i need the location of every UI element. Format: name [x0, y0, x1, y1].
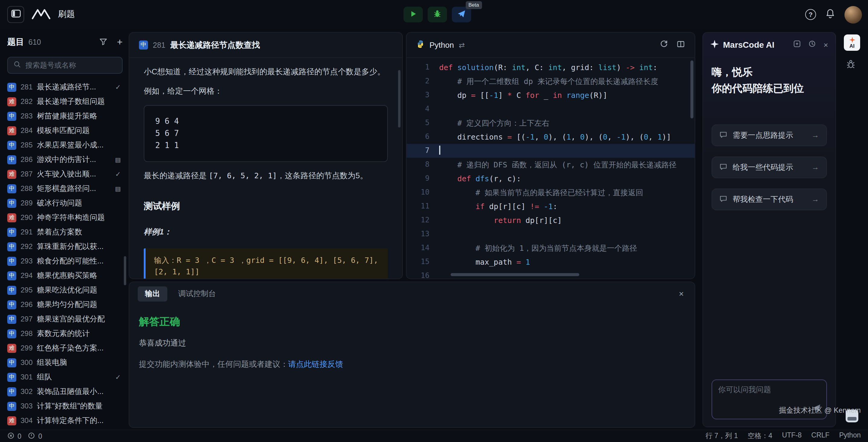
problem-list-item[interactable]: 中 296 糖果均匀分配问题	[7, 297, 123, 312]
code-line[interactable]: 4	[406, 102, 695, 116]
code-line[interactable]: 6 directions = [(-1, 0), (1, 0), (0, -1)…	[406, 130, 695, 144]
problem-list-item[interactable]: 中 301 组队 ✓	[7, 370, 123, 384]
problem-list-item[interactable]: 难 287 火车驶入驶出顺... ✓	[7, 167, 123, 181]
sidebar-toggle-button[interactable]	[7, 6, 24, 23]
code-line[interactable]: 11 if dp[r][c] != -1:	[406, 199, 695, 213]
language-mode[interactable]: Python	[839, 432, 861, 441]
tab-output[interactable]: 输出	[138, 286, 167, 301]
problem-scrollbar[interactable]	[398, 70, 401, 127]
problem-list-item[interactable]: 中 291 禁着点方案数	[7, 225, 123, 239]
problem-list-item[interactable]: 中 302 装饰品丑陋值最小...	[7, 384, 123, 399]
problem-status-icon: ✓	[115, 373, 121, 381]
suggestion-review-button[interactable]: 帮我检查一下代码 →	[712, 188, 827, 210]
problem-list-item[interactable]: 难 284 模板串匹配问题	[7, 123, 123, 138]
submit-button[interactable]: Beta	[452, 7, 471, 22]
line-number: 16	[406, 269, 439, 279]
problem-list-item[interactable]: 中 295 糖果吃法优化问题	[7, 283, 123, 297]
problem-list-item[interactable]: 中 297 糖果迷宫的最优分配	[7, 312, 123, 326]
feedback-link[interactable]: 请点此链接反馈	[288, 359, 343, 369]
indent-setting[interactable]: 空格：4	[747, 432, 772, 441]
run-button[interactable]	[403, 7, 423, 22]
code-line[interactable]: 7	[406, 144, 695, 158]
problem-list-item[interactable]: 难 304 计算特定条件下的...	[7, 413, 123, 428]
code-line[interactable]: 3 dp = [[-1] * C for _ in range(R)]	[406, 88, 695, 102]
problem-list-item[interactable]: 难 299 红色格子染色方案...	[7, 341, 123, 355]
problem-list-item[interactable]: 中 292 算珠重新分配以获...	[7, 239, 123, 254]
right-activity-bar: AI	[836, 29, 868, 429]
difficulty-badge: 难	[7, 97, 16, 106]
add-problem-icon[interactable]: +	[117, 37, 123, 47]
problem-list-item[interactable]: 中 293 粮食分配的可能性...	[7, 254, 123, 268]
problem-list-item[interactable]: 难 282 最长递增子数组问题	[7, 94, 123, 109]
code-line[interactable]: 12 return dp[r][c]	[406, 213, 695, 227]
user-avatar[interactable]	[844, 6, 862, 23]
editor-panel: Python ⇄ 1def solution(R: int, C: int, g…	[406, 32, 695, 279]
marscode-header-icons: ×	[794, 40, 828, 50]
code-line[interactable]: 1def solution(R: int, C: int, grid: list…	[406, 60, 695, 74]
sidebar-scrollbar[interactable]	[124, 256, 126, 285]
problem-title: 素数元素的统计	[37, 328, 123, 339]
difficulty-badge: 中	[7, 242, 16, 251]
code-line[interactable]: 5 # 定义四个方向：上下左右	[406, 116, 695, 130]
code-line[interactable]: 14 # 初始化为 1，因为当前节点本身就是一个路径	[406, 241, 695, 255]
problem-id: 299	[21, 344, 33, 352]
new-chat-icon[interactable]	[794, 40, 801, 50]
code-line[interactable]: 15 max_path = 1	[406, 255, 695, 269]
sample-label: 样例1：	[144, 227, 388, 237]
path-sentence: 最长的递减路径是 [7, 6, 5, 2, 1]，这条路径的节点数为5。	[144, 170, 388, 181]
language-tab[interactable]: Python	[430, 40, 454, 50]
problem-list-item[interactable]: 中 286 游戏中的伤害计... ▤	[7, 152, 123, 167]
eol-setting[interactable]: CRLF	[811, 432, 829, 441]
problem-list-item[interactable]: 中 300 组装电脑	[7, 355, 123, 370]
history-icon[interactable]	[808, 40, 816, 50]
problem-title: 游戏中的伤害计...	[37, 154, 111, 165]
code-line[interactable]: 2 # 用一个二维数组 dp 来记录每个位置的最长递减路径长度	[406, 74, 695, 88]
encoding[interactable]: UTF-8	[782, 432, 802, 441]
filter-icon[interactable]	[99, 37, 107, 48]
marscode-ai-activity-icon[interactable]: AI	[844, 34, 860, 51]
line-number: 7	[406, 144, 439, 158]
code-line[interactable]: 13	[406, 227, 695, 241]
problem-list-item[interactable]: 中 294 糖果优惠购买策略	[7, 268, 123, 283]
problem-list-item[interactable]: 中 288 矩形棋盘路径问... ▤	[7, 181, 123, 196]
problem-list-item[interactable]: 中 298 素数元素的统计	[7, 326, 123, 341]
python-icon	[416, 40, 425, 50]
layout-icon[interactable]	[677, 40, 685, 50]
code-line[interactable]: 8 # 递归的 DFS 函数，返回从 (r, c) 位置开始的最长递减路径	[406, 158, 695, 172]
search-input[interactable]	[25, 61, 117, 69]
sidebar: 题目 610 + 中 281 最长递减路径节... ✓	[0, 29, 127, 429]
editor-horizontal-scrollbar[interactable]	[451, 273, 579, 276]
reset-code-icon[interactable]	[660, 40, 668, 50]
editor-actions	[660, 40, 685, 50]
code-line[interactable]: 9 def dfs(r, c):	[406, 172, 695, 185]
problem-list-item[interactable]: 中 289 破冰行动问题	[7, 196, 123, 210]
close-output-icon[interactable]: ×	[677, 289, 686, 298]
help-icon[interactable]: ?	[805, 9, 816, 20]
community-watermark: 掘金技术社区 @ Kennem	[779, 405, 861, 415]
difficulty-badge: 中	[7, 271, 16, 280]
problem-list-item[interactable]: 中 281 最长递减路径节... ✓	[7, 80, 123, 94]
suggestion-list: 需要一点思路提示 → 给我一些代码提示 → 帮我检查一下代码 →	[703, 124, 835, 210]
notifications-bell-icon[interactable]	[825, 8, 835, 21]
difficulty-badge: 中	[7, 315, 16, 324]
close-marscode-icon[interactable]: ×	[824, 40, 828, 49]
problem-list-item[interactable]: 难 290 神奇字符串构造问题	[7, 210, 123, 225]
debug-button[interactable]	[428, 7, 447, 22]
topbar-right: ?	[805, 0, 862, 29]
problem-list-item[interactable]: 中 285 水果店果篮最小成...	[7, 138, 123, 152]
code-line[interactable]: 10 # 如果当前节点的最长路径已经计算过，直接返回	[406, 185, 695, 199]
language-switch-icon[interactable]: ⇄	[459, 41, 465, 49]
cursor-position[interactable]: 行 7，列 1	[706, 432, 738, 441]
debug-activity-icon[interactable]	[846, 59, 856, 71]
chat-input[interactable]	[718, 385, 820, 408]
line-number: 3	[406, 88, 439, 102]
difficulty-badge: 中	[7, 387, 16, 396]
suggestion-hint-button[interactable]: 需要一点思路提示 →	[712, 124, 827, 146]
problems-summary[interactable]: 0 0	[7, 432, 46, 440]
suggestion-code-hint-button[interactable]: 给我一些代码提示 →	[712, 156, 827, 178]
editor-vertical-scrollbar[interactable]	[690, 60, 693, 118]
tab-debug-console[interactable]: 调试控制台	[178, 289, 216, 299]
problem-list-item[interactable]: 中 303 计算"好数组"的数量	[7, 399, 123, 413]
problem-list-item[interactable]: 中 283 树苗健康提升策略	[7, 109, 123, 123]
problem-header-title: 最长递减路径节点数查找	[170, 39, 260, 51]
